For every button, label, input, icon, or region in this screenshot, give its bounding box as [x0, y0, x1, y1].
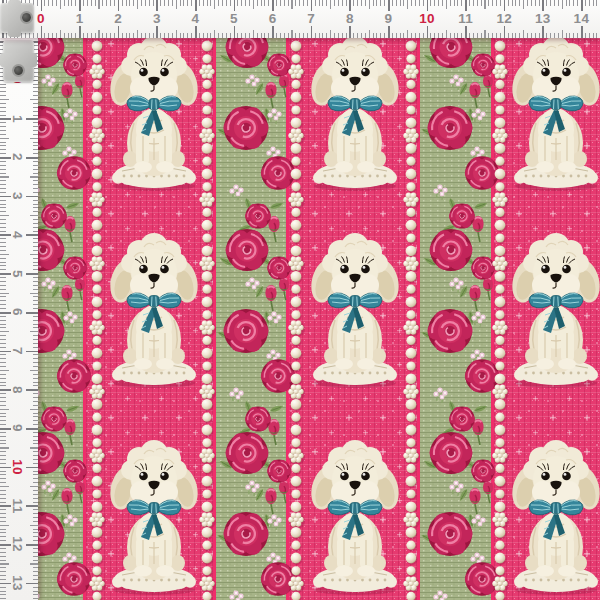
fabric-listing-photo: 01234567891011121314 012345678910111213: [0, 0, 600, 600]
ruler-number: 8: [346, 11, 354, 26]
rivet-hole: [14, 66, 23, 75]
ruler-number: 8: [10, 386, 25, 394]
ruler-number: 10: [10, 459, 25, 475]
ruler-ticks-half: [0, 41, 9, 600]
ruler-metal-end-tab: [3, 40, 34, 82]
ruler-number: 9: [384, 11, 392, 26]
ruler-number: 2: [114, 11, 122, 26]
ruler-ticks-half: [2, 30, 600, 38]
ruler-number: 10: [419, 11, 435, 26]
green-floral-stripe: [213, 38, 295, 600]
ruler-ticks-cm: [2, 26, 600, 38]
ruler-ticks-cm: [2, 0, 600, 11]
green-floral-stripe: [417, 38, 499, 600]
ruler-number: 11: [458, 11, 473, 26]
ruler-metal-end-tab: [0, 3, 34, 33]
ruler-number: 6: [10, 308, 25, 316]
green-floral-stripe: [38, 38, 91, 600]
ruler-number: 5: [230, 11, 238, 26]
ruler-ticks-half: [2, 0, 600, 9]
ruler-metal-arm: [8, 0, 21, 37]
ruler-number: 12: [496, 11, 512, 26]
ruler-ticks-mm: [0, 41, 6, 600]
ruler-number: 4: [191, 11, 199, 26]
ruler-number: 11: [10, 498, 25, 513]
ruler-ticks-mm: [2, 33, 600, 38]
ruler-number: 13: [10, 575, 25, 591]
ruler-number: 2: [10, 153, 25, 161]
ruler-number: 3: [10, 192, 25, 200]
ruler-number: 7: [10, 347, 25, 355]
ruler-ticks-cm: [26, 41, 38, 600]
ruler-number: 1: [76, 11, 84, 26]
ruler-number: 14: [574, 11, 590, 26]
ruler-number: 3: [153, 11, 161, 26]
ruler-ticks-mm: [2, 0, 600, 6]
ruler-ticks-cm: [0, 41, 11, 600]
ruler-number: 1: [10, 115, 25, 123]
ruler-number: 13: [535, 11, 551, 26]
ruler-number: 7: [307, 11, 315, 26]
fabric-pattern: [38, 38, 600, 600]
horizontal-ruler: 01234567891011121314: [0, 0, 600, 38]
ruler-ticks-mm: [33, 41, 38, 600]
ruler-number: 0: [37, 11, 45, 26]
ruler-metal-arm: [0, 53, 37, 67]
rivet-hole: [22, 13, 31, 22]
ruler-ticks-half: [30, 41, 38, 600]
ruler-number: 12: [10, 537, 25, 553]
ruler-number: 5: [10, 270, 25, 278]
ruler-number: 4: [10, 231, 25, 239]
ruler-number: 6: [269, 11, 277, 26]
vertical-ruler: 012345678910111213: [0, 38, 38, 600]
ruler-number: 9: [10, 424, 25, 432]
